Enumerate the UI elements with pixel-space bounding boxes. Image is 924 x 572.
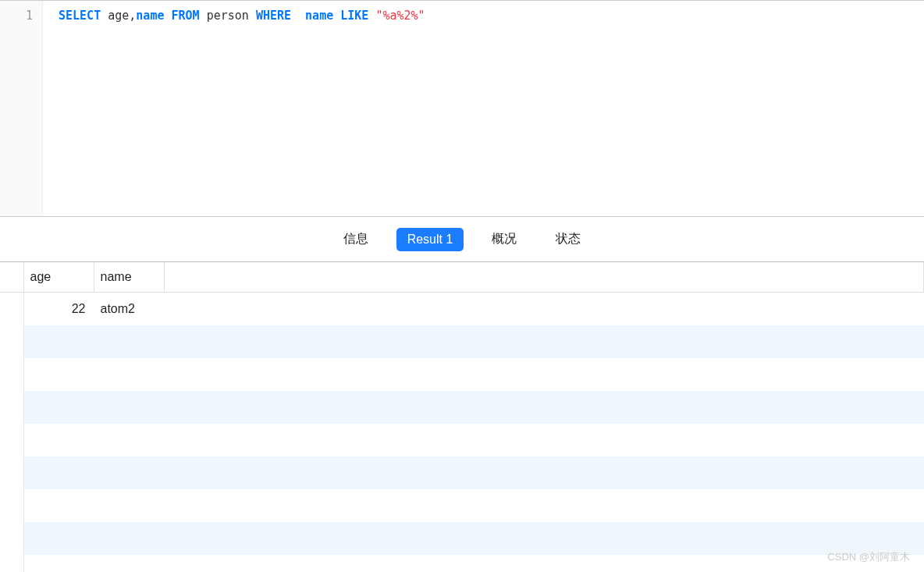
line-gutter: 1 (0, 1, 43, 216)
col-header-spacer (164, 262, 924, 293)
row-header-corner (0, 262, 23, 293)
cell-name[interactable] (94, 555, 164, 573)
result-table: age name 22atom2 (0, 262, 924, 572)
cell-age[interactable]: 22 (23, 293, 94, 325)
tok-table: person (200, 9, 256, 23)
cell-name[interactable]: atom2 (94, 293, 164, 325)
tok-str: "%a%2%" (368, 9, 425, 23)
tab-status[interactable]: 状态 (545, 226, 592, 252)
kw-like: LIKE (333, 9, 368, 23)
cell-age[interactable] (23, 457, 94, 489)
row-header (0, 457, 23, 489)
cell-spacer (164, 358, 924, 391)
row-header (0, 555, 23, 573)
table-row[interactable]: 22atom2 (0, 293, 924, 325)
cell-spacer (164, 489, 924, 522)
cell-age[interactable] (23, 325, 94, 358)
cell-spacer (164, 391, 924, 424)
cell-name[interactable] (94, 489, 164, 522)
col-header-name[interactable]: name (94, 262, 164, 293)
cell-age[interactable] (23, 522, 94, 555)
tab-result[interactable]: Result 1 (396, 228, 464, 251)
cell-name[interactable] (94, 358, 164, 391)
cell-age[interactable] (23, 391, 94, 424)
row-header (0, 391, 23, 424)
cell-spacer (164, 555, 924, 573)
cell-name[interactable] (94, 457, 164, 489)
line-number: 1 (0, 9, 33, 23)
cell-age[interactable] (23, 489, 94, 522)
table-row[interactable] (0, 391, 924, 424)
table-row[interactable] (0, 489, 924, 522)
table-row[interactable] (0, 522, 924, 555)
row-header (0, 358, 23, 391)
table-header-row: age name (0, 262, 924, 293)
results-area[interactable]: age name 22atom2 (0, 262, 924, 572)
row-header (0, 293, 23, 325)
sql-editor[interactable]: 1 SELECT age,name FROM person WHERE name… (0, 0, 924, 217)
cell-spacer (164, 325, 924, 358)
tok-name: name (136, 9, 164, 23)
tok-ws (291, 9, 305, 23)
table-row[interactable] (0, 457, 924, 489)
row-header (0, 424, 23, 457)
table-row[interactable] (0, 424, 924, 457)
watermark: CSDN @刘阿童木 (827, 550, 910, 564)
code-content[interactable]: SELECT age,name FROM person WHERE name L… (43, 1, 924, 216)
col-header-age[interactable]: age (23, 262, 94, 293)
row-header (0, 522, 23, 555)
cell-spacer (164, 424, 924, 457)
cell-name[interactable] (94, 391, 164, 424)
kw-where: WHERE (256, 9, 291, 23)
tabs-bar: 信息 Result 1 概况 状态 (0, 217, 924, 262)
cell-spacer (164, 293, 924, 325)
tab-overview[interactable]: 概况 (481, 226, 528, 252)
cell-name[interactable] (94, 522, 164, 555)
table-row[interactable] (0, 555, 924, 573)
cell-name[interactable] (94, 325, 164, 358)
table-row[interactable] (0, 325, 924, 358)
cell-age[interactable] (23, 555, 94, 573)
tok-cols: age, (101, 9, 136, 23)
cell-age[interactable] (23, 358, 94, 391)
row-header (0, 325, 23, 358)
kw-select: SELECT (59, 9, 101, 23)
cell-name[interactable] (94, 424, 164, 457)
kw-from: FROM (164, 9, 199, 23)
row-header (0, 489, 23, 522)
tab-info[interactable]: 信息 (332, 226, 379, 252)
cell-age[interactable] (23, 424, 94, 457)
cell-spacer (164, 522, 924, 555)
table-row[interactable] (0, 358, 924, 391)
tok-name2: name (305, 9, 333, 23)
cell-spacer (164, 457, 924, 489)
